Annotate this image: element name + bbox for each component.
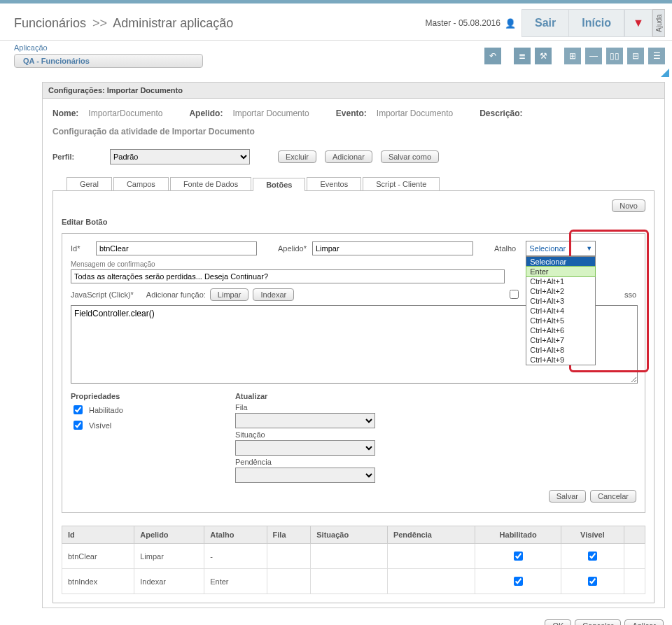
grid-icon[interactable]: ⊞ — [564, 48, 581, 64]
nome-value: ImportarDocumento — [88, 108, 162, 118]
apelido-input[interactable] — [312, 241, 473, 255]
col-habilitado: Habilitado — [475, 526, 561, 544]
func-indexar-button[interactable]: Indexar — [253, 288, 294, 301]
situacao-label: Situação — [235, 430, 375, 439]
logout-button[interactable]: Sair — [522, 9, 569, 37]
aplicar-button[interactable]: Aplicar — [624, 619, 664, 625]
undo-icon[interactable]: ↶ — [484, 48, 501, 64]
header: Funcionários >> Administrar aplicação Ma… — [0, 3, 672, 40]
atalho-option[interactable]: Ctrl+Alt+8 — [526, 345, 595, 355]
salvar-como-button[interactable]: Salvar como — [381, 150, 439, 163]
habilitado-label: Habilitado — [89, 406, 123, 414]
msg-confirm-input[interactable] — [71, 269, 505, 283]
tree-icon[interactable]: ⊟ — [627, 48, 644, 64]
atalho-option[interactable]: Enter — [526, 266, 596, 277]
row-visivel-checkbox[interactable] — [588, 552, 597, 561]
perfil-select[interactable]: Padrão — [110, 149, 250, 164]
atalho-option[interactable]: Ctrl+Alt+5 — [526, 316, 595, 325]
columns-icon[interactable]: ▯▯ — [606, 48, 623, 64]
config-panel: Configurações: Importar Documento Nome: … — [42, 82, 665, 608]
dash-icon[interactable]: ― — [585, 48, 602, 64]
id-label: Id* — [71, 244, 90, 253]
tab-pane-botoes: Novo Editar Botão Id* Apelido* Atalho Se… — [52, 190, 654, 603]
perfil-label: Perfil: — [52, 153, 102, 161]
excluir-button[interactable]: Excluir — [278, 150, 316, 163]
col-pendencia: Pendência — [387, 526, 475, 544]
fila-select[interactable] — [235, 413, 375, 428]
tab-fonte-dados[interactable]: Fonte de Dados — [170, 177, 251, 190]
descricao-label: Descrição: — [479, 108, 522, 118]
col-atalho: Atalho — [204, 526, 267, 544]
breadcrumb-sep: >> — [92, 16, 107, 30]
home-button[interactable]: Início — [569, 9, 624, 37]
tab-bar: Geral Campos Fonte de Dados Botões Event… — [66, 177, 654, 190]
propriedades-title: Propriedades — [71, 392, 123, 400]
tab-botoes[interactable]: Botões — [253, 178, 305, 191]
adicionar-button[interactable]: Adicionar — [325, 150, 372, 163]
atalho-option[interactable]: Ctrl+Alt+7 — [526, 335, 595, 345]
chevron-down-icon: ▼ — [586, 245, 592, 252]
page-title: Funcionários >> Administrar aplicação — [14, 16, 233, 31]
atalho-option[interactable]: Ctrl+Alt+3 — [526, 296, 595, 306]
application-selector[interactable]: QA - Funcionários — [14, 54, 203, 68]
exibir-suffix: sso — [624, 290, 636, 299]
novo-button[interactable]: Novo — [612, 199, 645, 212]
settings-icon[interactable]: ⚒ — [535, 48, 552, 64]
dropdown-toggle[interactable]: ▼ — [624, 9, 652, 37]
user-icon: 👤 — [505, 18, 516, 29]
func-limpar-button[interactable]: Limpar — [210, 288, 249, 301]
buttons-grid: Id Apelido Atalho Fila Situação Pendênci… — [62, 526, 645, 594]
editar-botao-title: Editar Botão — [62, 218, 645, 226]
atalho-option[interactable]: Selecionar — [526, 257, 595, 267]
situacao-select[interactable] — [235, 440, 375, 456]
id-input[interactable] — [96, 241, 257, 255]
sub-toolbar: Aplicação QA - Funcionários ↶ ≣ ⚒ ⊞ ― ▯▯… — [0, 40, 672, 68]
apelido-label: Apelido: — [189, 108, 223, 118]
expand-corner-icon[interactable] — [661, 69, 669, 77]
list-icon[interactable]: ≣ — [514, 48, 531, 64]
evento-label: Evento: — [336, 108, 367, 118]
row-habilitado-checkbox[interactable] — [514, 577, 523, 586]
exibir-checkbox[interactable] — [510, 290, 519, 299]
app-label: Funcionários — [14, 16, 86, 30]
atalho-option[interactable]: Ctrl+Alt+2 — [526, 286, 595, 296]
tab-script-cliente[interactable]: Script - Cliente — [363, 177, 440, 190]
visivel-checkbox[interactable] — [74, 421, 83, 430]
description-text: Configuração da atividade de Importar Do… — [52, 127, 654, 136]
ok-button[interactable]: OK — [545, 619, 571, 625]
salvar-button[interactable]: Salvar — [549, 490, 586, 503]
tab-eventos[interactable]: Eventos — [307, 177, 361, 190]
application-label: Aplicação — [14, 43, 203, 52]
apelido-value: Importar Documento — [232, 108, 309, 118]
cancelar-footer-button[interactable]: Cancelar — [575, 619, 621, 625]
col-visivel: Visível — [561, 526, 624, 544]
add-func-label: Adicionar função: — [146, 290, 206, 299]
atalho-option[interactable]: Ctrl+Alt+9 — [526, 355, 595, 365]
col-situacao: Situação — [311, 526, 388, 544]
table-row[interactable]: btnClear Limpar - — [62, 544, 645, 569]
row-visivel-checkbox[interactable] — [588, 577, 597, 586]
visivel-label: Visível — [89, 421, 111, 430]
col-fila: Fila — [267, 526, 311, 544]
help-tab[interactable]: Ajuda — [652, 9, 665, 37]
col-id: Id — [62, 526, 134, 544]
pendencia-select[interactable] — [235, 468, 375, 483]
tab-campos[interactable]: Campos — [113, 177, 169, 190]
habilitado-checkbox[interactable] — [74, 405, 83, 414]
cancelar-button[interactable]: Cancelar — [590, 490, 636, 503]
evento-value: Importar Documento — [377, 108, 453, 118]
apelido-field-label: Apelido* — [278, 244, 307, 253]
bars-icon[interactable]: ☰ — [648, 48, 665, 64]
atalho-label: Atalho — [494, 244, 516, 253]
table-row[interactable]: btnIndex Indexar Enter — [62, 569, 645, 594]
col-apelido: Apelido — [134, 526, 204, 544]
atalho-option[interactable]: Ctrl+Alt+6 — [526, 325, 595, 335]
atalho-option[interactable]: Ctrl+Alt+4 — [526, 306, 595, 316]
pendencia-label: Pendência — [235, 458, 375, 466]
edit-button-form: Id* Apelido* Atalho Selecionar ▼ Selecio… — [62, 233, 645, 513]
atalho-option[interactable]: Ctrl+Alt+1 — [526, 276, 595, 286]
tab-geral[interactable]: Geral — [66, 177, 112, 190]
atalho-select[interactable]: Selecionar ▼ SelecionarEnterCtrl+Alt+1Ct… — [526, 241, 596, 256]
row-habilitado-checkbox[interactable] — [514, 552, 523, 561]
js-click-label: JavaScript (Click)* — [71, 290, 134, 299]
